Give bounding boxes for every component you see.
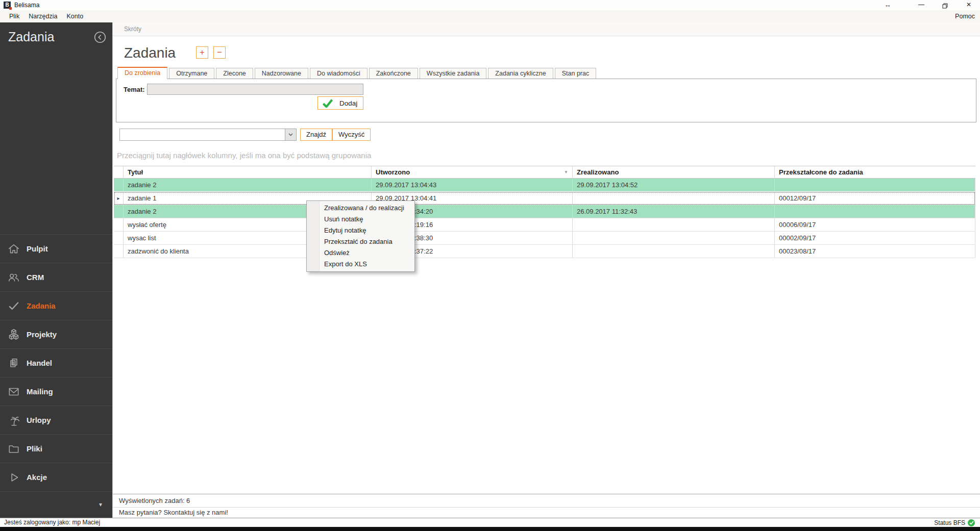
- sidebar-item-akcje[interactable]: Akcje: [0, 463, 112, 491]
- expand-row-icon[interactable]: ▸: [114, 192, 124, 205]
- documents-icon: [7, 357, 20, 370]
- cell-przeksztalcone: [775, 179, 975, 191]
- cell-zrealizowano: [573, 245, 775, 258]
- column-header-label: Tytuł: [128, 168, 143, 176]
- sidebar-item-label: Zadania: [27, 301, 56, 310]
- status-bar: Jesteś zalogowany jako: mp Maciej Status…: [0, 518, 980, 527]
- minimize-icon[interactable]: —: [916, 0, 927, 10]
- sidebar-item-crm[interactable]: CRM: [0, 263, 112, 291]
- sidebar-nav: PulpitCRMZadaniaProjektyHandelMailingUrl…: [0, 234, 112, 492]
- sort-desc-icon: ▼: [564, 166, 568, 178]
- row-gutter: [114, 245, 124, 258]
- tab-do-zrobienia[interactable]: Do zrobienia: [117, 67, 167, 79]
- resize-horizontal-icon[interactable]: ↔: [882, 0, 893, 10]
- table-row[interactable]: wysac list:38:3000002/09/17: [114, 232, 975, 245]
- table-row[interactable]: zadanie 2:34:2026.09.2017 11:32:43: [114, 205, 975, 218]
- context-menu-item-przekszta-do-zadania[interactable]: Przekształć do zadania: [307, 236, 414, 247]
- add-task-button[interactable]: +: [196, 46, 208, 59]
- column-header-zrealizowano[interactable]: Zrealizowano: [573, 166, 775, 178]
- close-icon[interactable]: ✕: [963, 0, 974, 10]
- envelope-icon: [7, 385, 20, 398]
- cell-przeksztalcone: 00023/08/17: [775, 245, 975, 258]
- tab-wszystkie-zadania[interactable]: Wszystkie zadania: [420, 68, 487, 79]
- table-row[interactable]: wysłać ofertę:19:1600006/09/17: [114, 218, 975, 232]
- palm-icon: [7, 414, 20, 427]
- sidebar-item-label: Handel: [27, 359, 52, 367]
- sidebar-item-pulpit[interactable]: Pulpit: [0, 234, 112, 263]
- column-header-przekszta-cone-do-zadania[interactable]: Przekształcone do zadania: [775, 166, 975, 178]
- main-content: Skróty Zadania + − Do zrobieniaOtrzymane…: [112, 22, 980, 518]
- context-menu-item-edytuj-notatk[interactable]: Edytuj notatkę: [307, 225, 414, 236]
- folder-icon: [7, 442, 20, 456]
- column-header-tytu[interactable]: Tytuł: [124, 166, 372, 178]
- sidebar-item-label: Urlopy: [27, 416, 51, 424]
- temat-input[interactable]: [147, 84, 363, 95]
- logged-in-as: Jesteś zalogowany jako: mp Maciej: [4, 518, 100, 527]
- cell-przeksztalcone: 00006/09/17: [775, 218, 975, 231]
- tab-otrzymane[interactable]: Otrzymane: [169, 68, 214, 79]
- filter-combobox[interactable]: [119, 129, 297, 141]
- app-icon[interactable]: B: [4, 2, 11, 9]
- cell-zrealizowano: [573, 192, 775, 205]
- wyczysc-button[interactable]: Wyczyść: [332, 129, 371, 141]
- sidebar-item-mailing[interactable]: Mailing: [0, 377, 112, 406]
- filter-input[interactable]: [120, 129, 285, 140]
- column-header-label: Utworzono: [376, 168, 410, 176]
- menu-konto[interactable]: Konto: [66, 10, 83, 22]
- context-menu-item-usu-notatk[interactable]: Usuń notatkę: [307, 214, 414, 225]
- sidebar-item-urlopy[interactable]: Urlopy: [0, 406, 112, 434]
- sidebar-item-zadania[interactable]: Zadania: [0, 291, 112, 320]
- check-icon: [7, 299, 20, 313]
- table-row[interactable]: ▸zadanie 129.09.2017 13:04:4100012/09/17: [114, 192, 975, 205]
- page-title: Zadania: [124, 45, 176, 61]
- play-icon: [7, 471, 20, 484]
- menu-narz-dzia[interactable]: Narzędzia: [29, 10, 57, 22]
- tab-nadzorowane[interactable]: Nadzorowane: [255, 68, 308, 79]
- context-menu-item-zrealizowana-do-realizacji[interactable]: Zrealizowana / do realizacji: [307, 203, 414, 214]
- tab-stan-prac[interactable]: Stan prac: [555, 68, 597, 79]
- sidebar-item-label: Mailing: [27, 387, 53, 396]
- cell-zrealizowano: 26.09.2017 11:32:43: [573, 205, 775, 218]
- table-header-gutter: [114, 166, 124, 178]
- remove-task-button[interactable]: −: [213, 46, 226, 59]
- group-by-zone[interactable]: Przeciągnij tutaj nagłówek kolumny, jeśl…: [117, 151, 371, 160]
- table-row[interactable]: zadanie 229.09.2017 13:04:4329.09.2017 1…: [114, 179, 975, 192]
- sidebar-item-pliki[interactable]: Pliki: [0, 434, 112, 463]
- dodaj-button[interactable]: Dodaj: [317, 96, 363, 110]
- dodaj-button-label: Dodaj: [339, 99, 357, 107]
- cubes-icon: [7, 328, 20, 341]
- tab-zako-czone[interactable]: Zakończone: [369, 68, 418, 79]
- sidebar-title: Zadania: [8, 30, 54, 44]
- sidebar-item-label: Pliki: [27, 444, 42, 453]
- sidebar-item-label: CRM: [27, 273, 44, 282]
- cell-przeksztalcone: 00002/09/17: [775, 232, 975, 244]
- cell-utworzono: 29.09.2017 13:04:43: [372, 179, 573, 191]
- green-check-icon: [322, 99, 333, 108]
- chevron-down-icon[interactable]: [285, 129, 296, 140]
- menu-items: PlikNarzędziaKonto: [9, 10, 83, 22]
- column-header-utworzono[interactable]: Utworzono▼: [372, 166, 573, 178]
- context-menu-item-export-do-xls[interactable]: Export do XLS: [307, 259, 414, 270]
- bfs-status: Status BFS: [934, 518, 975, 527]
- table-body: zadanie 229.09.2017 13:04:4329.09.2017 1…: [114, 179, 975, 258]
- contact-status: Masz pytania? Skontaktuj się z nami!: [113, 507, 980, 518]
- menu-plik[interactable]: Plik: [9, 10, 19, 22]
- table-row[interactable]: zadzwonić do klienta:37:2200023/08/17: [114, 245, 975, 258]
- restore-icon[interactable]: [939, 0, 950, 10]
- sidebar-item-handel[interactable]: Handel: [0, 348, 112, 377]
- sidebar-item-projekty[interactable]: Projekty: [0, 320, 112, 348]
- tab-do-wiadomo-ci[interactable]: Do wiadomości: [310, 68, 368, 79]
- menu-bar: PlikNarzędziaKonto Pomoc: [0, 10, 980, 22]
- home-icon: [7, 242, 20, 256]
- sidebar-overflow-caret[interactable]: ▾: [99, 501, 102, 508]
- tasks-table: TytułUtworzono▼ZrealizowanoPrzekształcon…: [114, 166, 975, 258]
- tab-zlecone[interactable]: Zlecone: [216, 68, 253, 79]
- menu-pomoc[interactable]: Pomoc: [955, 10, 975, 22]
- tab-zadania-cykliczne[interactable]: Zadania cykliczne: [488, 68, 553, 79]
- context-menu-item-od-wie[interactable]: Odśwież: [307, 247, 414, 259]
- green-check-icon: [968, 519, 975, 526]
- znajdz-button[interactable]: Znajdź: [300, 129, 332, 141]
- sidebar-collapse-button[interactable]: [93, 31, 107, 44]
- sidebar-item-label: Akcje: [27, 473, 47, 482]
- cell-przeksztalcone: 00012/09/17: [775, 192, 975, 205]
